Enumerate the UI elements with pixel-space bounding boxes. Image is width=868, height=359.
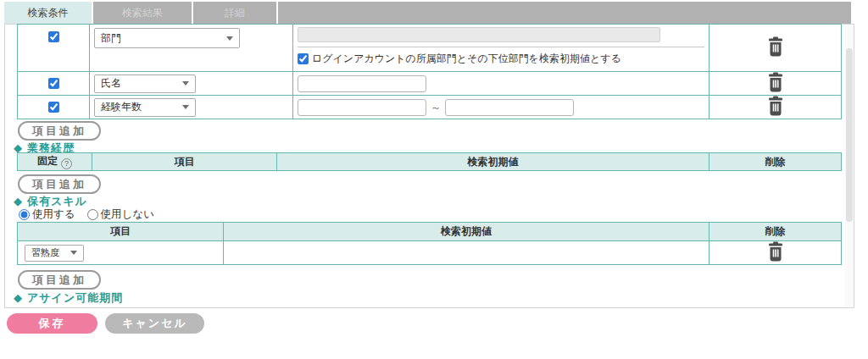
add-item-button-skills[interactable]: 項目追加	[18, 270, 101, 290]
radio-not-use[interactable]: 使用しない	[87, 207, 154, 222]
cancel-button[interactable]: キャンセル	[105, 313, 204, 334]
tab-search-conditions[interactable]: 検索条件	[4, 2, 93, 24]
tab-bar: 検索条件 検索結果 詳細	[4, 2, 851, 24]
item-select-value: 部門	[101, 31, 121, 46]
dept-default-checkbox[interactable]	[298, 53, 309, 64]
row-enabled-checkbox[interactable]	[48, 102, 59, 113]
trash-icon	[766, 36, 785, 57]
skills-row-proficiency: 習熟度	[18, 241, 842, 265]
skill-initial-value-cell	[224, 241, 709, 265]
condition-row-name: 氏名	[18, 72, 842, 96]
search-conditions-panel: 部門 ログインアカウントの所属部門とその下位部門を検索初期値とする	[4, 24, 854, 308]
col-header-item: 項目	[92, 153, 277, 171]
diamond-bullet-icon: ◆	[14, 291, 23, 304]
skill-item-select[interactable]: 習熟度	[25, 245, 84, 262]
chevron-down-icon	[226, 36, 233, 41]
department-value-input	[298, 27, 660, 42]
item-select[interactable]: 氏名	[94, 75, 196, 93]
conditions-table: 部門 ログインアカウントの所属部門とその下位部門を検索初期値とする	[17, 24, 842, 119]
range-separator: ～	[431, 102, 441, 113]
skill-item-select-value: 習熟度	[31, 246, 59, 259]
radio-use[interactable]: 使用する	[19, 207, 75, 222]
chevron-down-icon	[182, 81, 189, 86]
item-select-value: 経験年数	[101, 100, 142, 114]
radio-use-input[interactable]	[19, 209, 30, 220]
dept-default-label: ログインアカウントの所属部門とその下位部門を検索初期値とする	[312, 52, 621, 66]
item-select-value: 氏名	[101, 76, 121, 91]
chevron-down-icon	[182, 105, 189, 109]
col-header-delete: 削除	[709, 223, 842, 241]
item-select[interactable]: 経験年数	[94, 98, 196, 117]
row-enabled-checkbox[interactable]	[48, 78, 59, 89]
screen: 検索条件 検索結果 詳細 部門	[0, 0, 868, 359]
delete-row-button[interactable]	[766, 96, 785, 116]
item-select[interactable]: 部門	[94, 28, 240, 48]
delete-row-button[interactable]	[766, 72, 785, 92]
trash-icon	[766, 241, 785, 262]
skills-use-radio-group: 使用する 使用しない	[19, 207, 154, 222]
diamond-bullet-icon: ◆	[14, 195, 23, 207]
col-header-delete: 削除	[709, 153, 842, 171]
chevron-down-icon	[70, 251, 77, 255]
skills-table: 項目 検索初期値 削除 習熟度	[17, 222, 842, 265]
delete-row-button[interactable]	[766, 241, 785, 262]
section-heading-assignable-period: ◆アサイン可能期間	[14, 290, 123, 306]
save-button[interactable]: 保存	[7, 313, 97, 334]
col-header-fixed: 固定?	[18, 153, 92, 171]
col-header-item: 項目	[18, 223, 224, 241]
experience-to-input[interactable]	[445, 99, 574, 116]
name-value-input[interactable]	[298, 75, 426, 92]
experience-from-input[interactable]	[298, 99, 426, 116]
scrollbar-thumb[interactable]	[846, 48, 853, 222]
add-item-button-work-history[interactable]: 項目追加	[18, 174, 101, 194]
work-history-table: 固定? 項目 検索初期値 削除	[17, 152, 842, 171]
add-item-button-conditions[interactable]: 項目追加	[18, 121, 101, 141]
condition-row-experience: 経験年数 ～	[18, 96, 842, 119]
help-icon[interactable]: ?	[61, 158, 72, 169]
tab-details[interactable]: 詳細	[193, 2, 278, 24]
delete-row-button[interactable]	[766, 36, 785, 57]
col-header-initial-value: 検索初期値	[277, 153, 709, 171]
condition-row-department: 部門 ログインアカウントの所属部門とその下位部門を検索初期値とする	[18, 25, 842, 72]
row-enabled-checkbox[interactable]	[48, 31, 59, 42]
radio-not-use-input[interactable]	[87, 209, 98, 220]
divider	[298, 47, 704, 47]
tab-search-results[interactable]: 検索結果	[93, 2, 193, 24]
trash-icon	[766, 72, 785, 92]
col-header-initial-value: 検索初期値	[224, 223, 709, 241]
trash-icon	[766, 96, 785, 116]
